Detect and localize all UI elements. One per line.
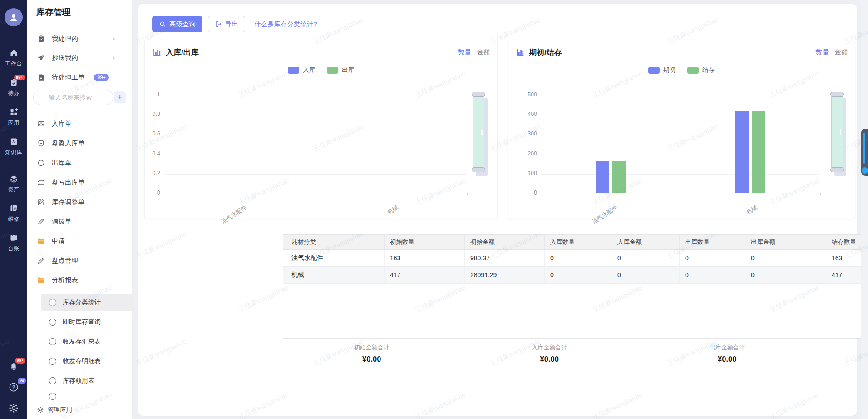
rail-item-toolbox[interactable]: 维修	[0, 199, 27, 228]
export-label: 导出	[225, 20, 238, 29]
badge: 99+	[15, 358, 25, 364]
total-value: ¥0.00	[816, 355, 868, 364]
sidebar-item-2[interactable]: 抄送我的	[36, 51, 129, 65]
gear-button[interactable]	[8, 403, 19, 414]
sidebar-item-分析报表[interactable]: 分析报表	[36, 273, 129, 287]
folder-icon	[37, 276, 45, 284]
legend-结存[interactable]: 结存	[687, 66, 715, 74]
sidebar-item-盘盈入库单[interactable]: 盘盈入库单	[36, 136, 129, 150]
toggle-数量[interactable]: 数量	[458, 48, 471, 57]
bell-button[interactable]: 99+	[8, 361, 19, 372]
legend-入库[interactable]: 入库	[288, 66, 315, 74]
legend-出库[interactable]: 出库	[327, 66, 354, 74]
datazoom-slider[interactable]	[473, 95, 484, 170]
toggle-金额[interactable]: 金额	[835, 48, 848, 56]
sidebar-item-入库单[interactable]: 入库单	[36, 117, 129, 130]
export-icon	[215, 20, 222, 28]
column-header-初始数量: 初始数量	[385, 235, 465, 249]
user-icon	[8, 12, 19, 23]
radio-icon	[49, 393, 56, 400]
cell: 0	[680, 267, 745, 283]
column-header-出库数量: 出库数量	[680, 235, 745, 249]
rail-item-book-ai[interactable]: AI知识库	[0, 132, 27, 161]
datazoom-handle-bottom[interactable]	[472, 167, 485, 172]
bar-机械-结存	[752, 111, 765, 193]
y-tick-label: 200	[519, 150, 537, 157]
rail-item-home[interactable]: 工作台	[0, 43, 27, 73]
advanced-query-button[interactable]: 高级查询	[152, 16, 202, 32]
chart-icon	[152, 47, 162, 57]
sidebar-item-manage-apps[interactable]: 管理应用	[27, 400, 132, 419]
folder-icon	[37, 237, 45, 245]
inbox-icon	[37, 120, 45, 128]
toggle-数量[interactable]: 数量	[815, 48, 829, 57]
cell: 0	[680, 250, 745, 266]
sidebar-item-出库单[interactable]: 出库单	[36, 156, 129, 170]
gear-icon	[8, 403, 19, 414]
refresh-icon	[37, 159, 45, 167]
rail-item-label: 维修	[8, 215, 20, 223]
rail-items: 工作台99+待办应用AI知识库资产维修台账	[0, 43, 27, 258]
search-input[interactable]	[33, 90, 113, 105]
clipboard-check-icon	[37, 35, 45, 43]
sidebar-item-盘亏出库单[interactable]: 盘亏出库单	[36, 175, 129, 189]
bar-机械-期初	[735, 111, 749, 193]
what-is-link[interactable]: 什么是库存分类统计?	[254, 20, 317, 29]
sidebar-subitem-库存分类统计[interactable]: 库存分类统计	[36, 296, 129, 309]
export-button[interactable]: 导出	[208, 16, 245, 32]
sidebar-item-库存调整单[interactable]: 库存调整单	[36, 195, 129, 209]
sidebar-item-1[interactable]: 我处理的	[36, 32, 129, 45]
x-tick-label: 机械	[718, 204, 759, 234]
rail-item-ledger[interactable]: 台账	[0, 228, 27, 258]
cell: 0	[612, 267, 680, 283]
gear-icon	[37, 406, 44, 414]
sidebar-item-调拨单[interactable]: 调拨单	[36, 214, 129, 228]
legend-swatch	[687, 67, 699, 74]
help-button[interactable]: ?AI	[8, 382, 19, 393]
total-value: ¥0.00	[283, 355, 461, 364]
rail-item-layers[interactable]: 资产	[0, 169, 27, 199]
radio-icon	[49, 358, 56, 365]
total-value: ¥0.00	[461, 355, 639, 364]
sidebar-item-申请[interactable]: 申请	[36, 234, 129, 248]
legend-swatch	[327, 67, 338, 74]
chart-header: 期初/结存 数量金额	[515, 46, 848, 59]
rail-item-clipboard[interactable]: 99+待办	[0, 73, 27, 102]
help-icon: ?	[8, 382, 19, 393]
datazoom-slider[interactable]	[831, 95, 843, 170]
radio-icon	[49, 377, 56, 384]
grid-icon	[9, 107, 19, 117]
add-button[interactable]: +	[114, 91, 126, 103]
datazoom-handle-top[interactable]	[830, 92, 844, 97]
sidebar-item-盘点管理[interactable]: 盘点管理	[36, 254, 129, 267]
toggle-金额[interactable]: 金额	[477, 48, 490, 56]
sidebar-subitem-收发存明细表[interactable]: 收发存明细表	[36, 354, 129, 368]
radio-icon	[49, 319, 56, 326]
sidebar-subitem-即时库存查询[interactable]: 即时库存查询	[36, 315, 129, 329]
sidebar-subitem-收发存汇总表[interactable]: 收发存汇总表	[36, 335, 129, 349]
page-scrollbar-track[interactable]	[861, 0, 868, 419]
page-title: 库存管理	[36, 6, 71, 18]
rail-item-grid[interactable]: 应用	[0, 102, 27, 132]
table-row-油气水配件[interactable]: 油气水配件163980.370000163980.37	[283, 250, 868, 267]
legend-期初[interactable]: 期初	[648, 66, 676, 74]
total-label: 出库金额合计	[638, 344, 816, 352]
export-icon	[215, 20, 222, 28]
floating-handle[interactable]	[861, 129, 868, 176]
table-row-机械[interactable]: 机械41728091.29000041728091.29	[283, 267, 868, 284]
y-tick-label: 300	[519, 130, 537, 137]
sidebar-subitem-库存领用表[interactable]: 库存领用表	[36, 374, 129, 388]
total-value: ¥0.00	[638, 355, 816, 364]
sidebar-item-3[interactable]: 待处理工单99+	[36, 70, 129, 84]
svg-text:AI: AI	[12, 140, 15, 143]
ledger-icon	[9, 233, 19, 243]
cell: 163	[385, 250, 465, 266]
radio-icon	[49, 299, 56, 306]
total-label: 初始金额合计	[283, 344, 461, 352]
cell: 机械	[283, 267, 385, 283]
avatar[interactable]	[5, 8, 23, 26]
datazoom-handle-bottom[interactable]	[830, 167, 844, 172]
y-tick-label: 100	[519, 170, 537, 176]
datazoom-handle-top[interactable]	[472, 92, 485, 97]
y-tick-label: 0.8	[142, 111, 160, 117]
